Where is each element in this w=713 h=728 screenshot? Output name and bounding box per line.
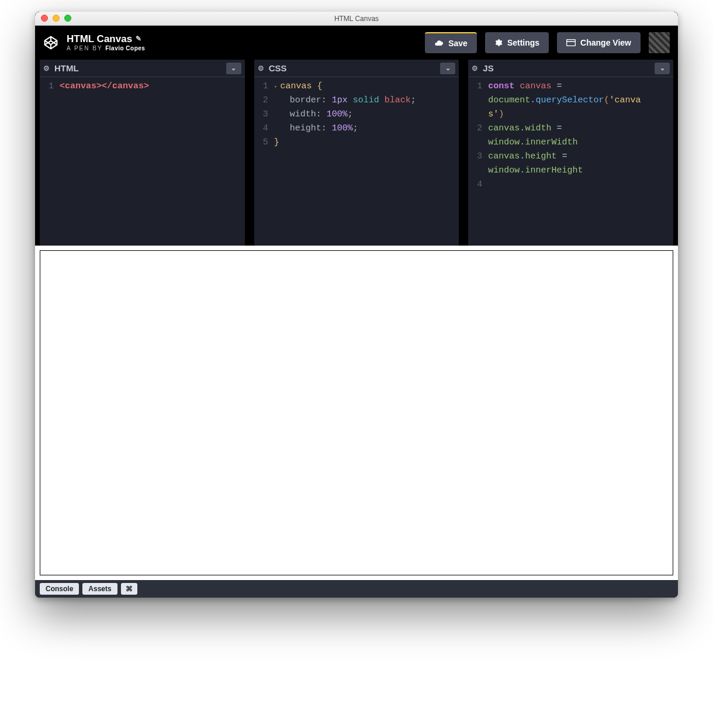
css-pane-label: CSS bbox=[269, 63, 436, 73]
semicolon: ; bbox=[348, 109, 353, 119]
avatar[interactable] bbox=[649, 32, 670, 53]
pen-title-block: HTML Canvas ✎ A PEN BY Flavio Copes bbox=[67, 33, 145, 51]
js-identifier: canvas bbox=[520, 81, 551, 91]
equals: = bbox=[556, 123, 562, 133]
chevron-down-icon[interactable]: ⌄ bbox=[226, 63, 241, 74]
js-pane-header: ⚙ JS ⌄ bbox=[468, 60, 673, 77]
js-pane-label: JS bbox=[483, 63, 650, 73]
css-code[interactable]: 1 ▾ canvas { 2 border: 1px solid black; … bbox=[254, 77, 459, 246]
save-button[interactable]: Save bbox=[425, 32, 477, 53]
brace: } bbox=[274, 137, 279, 147]
change-view-button-label: Change View bbox=[580, 38, 631, 47]
html-pane-header: ⚙ HTML ⌄ bbox=[40, 60, 245, 77]
edit-pencil-icon[interactable]: ✎ bbox=[136, 35, 141, 43]
layout-icon bbox=[566, 39, 576, 47]
css-prop: border bbox=[290, 95, 321, 105]
js-identifier: canvas bbox=[488, 151, 520, 161]
semicolon: ; bbox=[353, 123, 358, 133]
chevron-down-icon[interactable]: ⌄ bbox=[440, 63, 455, 74]
line-number bbox=[468, 136, 488, 150]
css-pane-header: ⚙ CSS ⌄ bbox=[254, 60, 459, 77]
pen-title[interactable]: HTML Canvas bbox=[67, 33, 132, 45]
css-value: black bbox=[385, 95, 411, 105]
css-value: 100% bbox=[327, 109, 348, 119]
brace: { bbox=[317, 81, 323, 91]
js-identifier: innerHeight bbox=[525, 165, 583, 175]
macos-titlebar: HTML Canvas bbox=[35, 12, 678, 26]
gear-icon[interactable]: ⚙ bbox=[43, 64, 50, 73]
semicolon: ; bbox=[411, 95, 416, 105]
html-code[interactable]: 1 <canvas></canvas> bbox=[40, 77, 245, 246]
css-prop: width bbox=[290, 109, 316, 119]
line-number: 1 bbox=[40, 80, 60, 94]
line-number: 2 bbox=[254, 94, 274, 108]
svg-rect-3 bbox=[567, 40, 576, 46]
codepen-logo-icon[interactable] bbox=[43, 35, 58, 50]
shortcuts-button[interactable]: ⌘ bbox=[121, 583, 137, 595]
line-number: 3 bbox=[254, 108, 274, 122]
html-pane-label: HTML bbox=[54, 63, 221, 73]
gear-icon bbox=[494, 39, 503, 47]
css-value: 100% bbox=[332, 123, 353, 133]
rendered-canvas[interactable] bbox=[40, 250, 673, 575]
js-identifier: canvas bbox=[488, 123, 520, 133]
html-editor-pane: ⚙ HTML ⌄ 1 <canvas></canvas> bbox=[40, 60, 245, 246]
pen-author[interactable]: Flavio Copes bbox=[105, 45, 145, 51]
line-number: 1 bbox=[254, 80, 274, 94]
css-value: 1px bbox=[332, 95, 348, 105]
css-editor-pane: ⚙ CSS ⌄ 1 ▾ canvas { 2 border: 1px solid… bbox=[254, 60, 459, 246]
line-number: 2 bbox=[468, 122, 488, 136]
css-prop: height bbox=[290, 123, 321, 133]
settings-button-label: Settings bbox=[507, 38, 539, 47]
save-button-label: Save bbox=[448, 39, 468, 48]
js-identifier: width bbox=[525, 123, 551, 133]
gear-icon[interactable]: ⚙ bbox=[472, 64, 478, 73]
js-func: querySelector bbox=[535, 95, 604, 105]
css-value: solid bbox=[353, 95, 379, 105]
gear-icon[interactable]: ⚙ bbox=[258, 64, 264, 73]
line-number: 5 bbox=[254, 136, 274, 150]
colon: : bbox=[321, 123, 327, 133]
footer: Console Assets ⌘ bbox=[35, 580, 678, 598]
js-identifier: document bbox=[488, 95, 530, 105]
js-identifier: window bbox=[488, 137, 520, 147]
equals: = bbox=[562, 151, 567, 161]
line-number: 3 bbox=[468, 150, 488, 164]
line-number: 1 bbox=[468, 80, 488, 94]
js-identifier: window bbox=[488, 165, 520, 175]
assets-button[interactable]: Assets bbox=[82, 583, 117, 595]
line-number bbox=[468, 108, 488, 122]
line-number bbox=[468, 164, 488, 178]
traffic-lights bbox=[41, 15, 71, 22]
colon: : bbox=[316, 109, 321, 119]
pen-by-label: A PEN BY bbox=[67, 45, 102, 51]
window-title: HTML Canvas bbox=[35, 15, 678, 23]
css-selector: canvas bbox=[281, 81, 312, 91]
colon: : bbox=[321, 95, 327, 105]
js-string: s' bbox=[488, 109, 499, 119]
close-icon[interactable] bbox=[41, 15, 48, 22]
cloud-icon bbox=[434, 39, 444, 48]
minimize-icon[interactable] bbox=[53, 15, 60, 22]
js-identifier: innerWidth bbox=[525, 137, 577, 147]
line-number: 4 bbox=[468, 178, 488, 192]
pen-subtitle: A PEN BY Flavio Copes bbox=[67, 45, 145, 52]
js-editor-pane: ⚙ JS ⌄ 1 const canvas = document.querySe… bbox=[468, 60, 673, 246]
line-number: 4 bbox=[254, 122, 274, 136]
console-button[interactable]: Console bbox=[40, 583, 79, 595]
maximize-icon[interactable] bbox=[64, 15, 71, 22]
js-identifier: height bbox=[525, 151, 556, 161]
chevron-down-icon[interactable]: ⌄ bbox=[655, 63, 670, 74]
output-pane bbox=[35, 246, 678, 580]
app-window: HTML Canvas HTML Canvas ✎ A PEN BY Flavi… bbox=[35, 12, 678, 598]
equals: = bbox=[556, 81, 562, 91]
html-code-line: <canvas></canvas> bbox=[60, 81, 149, 91]
paren: ) bbox=[499, 109, 504, 119]
header: HTML Canvas ✎ A PEN BY Flavio Copes Save… bbox=[35, 26, 678, 60]
js-keyword: const bbox=[488, 81, 514, 91]
settings-button[interactable]: Settings bbox=[485, 32, 549, 53]
change-view-button[interactable]: Change View bbox=[557, 32, 641, 53]
js-code[interactable]: 1 const canvas = document.querySelector(… bbox=[468, 77, 673, 246]
line-number bbox=[468, 94, 488, 108]
editors-row: ⚙ HTML ⌄ 1 <canvas></canvas> ⚙ CSS ⌄ 1 ▾… bbox=[35, 60, 678, 246]
